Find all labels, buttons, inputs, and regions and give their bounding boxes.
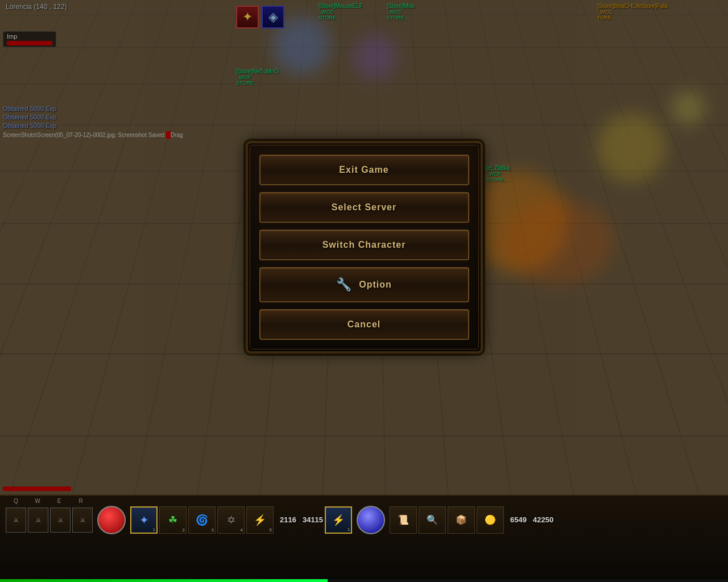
stat-mp-display: 34115 bbox=[303, 516, 323, 524]
active-skill-icon: ⚡ bbox=[332, 514, 345, 526]
stat1-value: 6549 bbox=[510, 516, 527, 524]
skill-slot-5[interactable]: ⚡ 5 bbox=[246, 506, 274, 534]
skill-slot-2[interactable]: ☘ 2 bbox=[159, 506, 187, 534]
active-skill-label: 1 bbox=[348, 527, 350, 532]
item-slot-4[interactable]: 🟡 bbox=[477, 506, 504, 534]
hotkey-labels-row: Q W E R bbox=[0, 496, 728, 504]
select-server-button[interactable]: Select Server bbox=[259, 192, 469, 223]
bottom-hud: Q W E R ⚔ ⚔ ⚔ ⚔ ✦ 1 ☘ 2 🌀 3 bbox=[0, 494, 728, 582]
skill-2-icon: ☘ bbox=[168, 514, 177, 526]
xp-bar bbox=[0, 579, 728, 582]
skill-1-label: 1 bbox=[153, 527, 155, 532]
skill-slot-active[interactable]: ⚡ 1 bbox=[325, 506, 352, 534]
skill-4-label: 4 bbox=[241, 527, 243, 533]
switch-character-button[interactable]: Switch Character bbox=[259, 230, 469, 260]
skill-5-label: 5 bbox=[270, 527, 272, 533]
stat2-display: 6549 bbox=[510, 516, 527, 524]
item-slot-3[interactable]: 📦 bbox=[448, 506, 475, 534]
hotkey-slot-r[interactable]: ⚔ bbox=[72, 508, 93, 533]
item-slot-2[interactable]: 🔍 bbox=[419, 506, 446, 534]
option-button[interactable]: 🔧 Option bbox=[259, 267, 469, 302]
skill-3-icon: 🌀 bbox=[196, 514, 208, 526]
skill-slot-4[interactable]: ✡ 4 bbox=[217, 506, 245, 534]
skill-1-icon: ✦ bbox=[139, 513, 149, 527]
skill-5-icon: ⚡ bbox=[254, 514, 266, 526]
skill-2-label: 2 bbox=[183, 527, 185, 533]
skill-4-icon: ✡ bbox=[227, 514, 235, 526]
item-slot-1[interactable]: 📜 bbox=[390, 506, 417, 534]
mp-ball bbox=[357, 506, 385, 534]
hotkey-e-label: E bbox=[49, 498, 69, 504]
item-3-icon: 📦 bbox=[456, 514, 467, 525]
skill-3-label: 3 bbox=[212, 527, 214, 533]
hp-ball bbox=[97, 506, 126, 534]
option-label: Option bbox=[359, 280, 392, 290]
xp-fill bbox=[0, 579, 328, 582]
item-2-icon: 🔍 bbox=[427, 514, 438, 525]
exit-game-button[interactable]: Exit Game bbox=[259, 155, 469, 185]
option-gear-icon: 🔧 bbox=[336, 277, 352, 292]
item-1-icon: 📜 bbox=[398, 514, 409, 525]
w-icon: ⚔ bbox=[35, 516, 42, 524]
hotkey-q-label: Q bbox=[6, 498, 26, 504]
hotkey-r-label: R bbox=[71, 498, 91, 504]
q-icon: ⚔ bbox=[13, 516, 19, 524]
e-icon: ⚔ bbox=[57, 516, 64, 524]
stat3-display: 42250 bbox=[533, 516, 553, 524]
hotkey-slot-e[interactable]: ⚔ bbox=[50, 508, 71, 533]
hotkey-slot-q[interactable]: ⚔ bbox=[6, 508, 26, 533]
skills-row: ⚔ ⚔ ⚔ ⚔ ✦ 1 ☘ 2 🌀 3 ✡ 4 ⚡ bbox=[0, 504, 728, 535]
hp-value: 2116 bbox=[280, 516, 296, 524]
skill-slot-3[interactable]: 🌀 3 bbox=[188, 506, 216, 534]
stat-hp-display: 2116 bbox=[280, 516, 296, 524]
menu-dialog: Exit Game Select Server Switch Character… bbox=[246, 142, 482, 353]
item-4-icon: 🟡 bbox=[485, 514, 496, 525]
mp-value: 34115 bbox=[303, 516, 323, 524]
hotkey-slot-w[interactable]: ⚔ bbox=[28, 508, 48, 533]
menu-overlay: Exit Game Select Server Switch Character… bbox=[0, 0, 728, 494]
stat2-value: 42250 bbox=[533, 516, 553, 524]
hotkey-w-label: W bbox=[27, 498, 48, 504]
skill-slot-1[interactable]: ✦ 1 bbox=[130, 506, 158, 534]
r-icon: ⚔ bbox=[80, 516, 86, 524]
cancel-button[interactable]: Cancel bbox=[259, 309, 469, 340]
